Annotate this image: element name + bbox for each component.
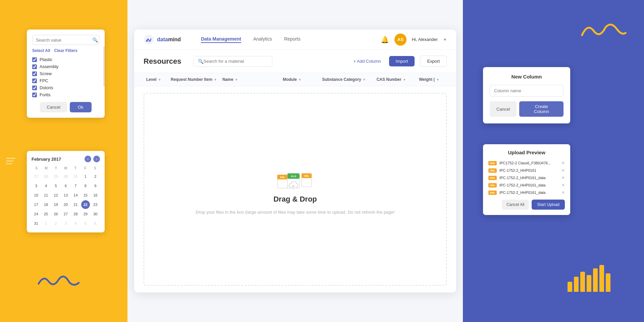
- calendar-day[interactable]: 4: [42, 181, 50, 190]
- calendar-day[interactable]: 24: [32, 210, 41, 218]
- chart-bar-5: [599, 265, 604, 292]
- nav-link-reports[interactable]: Reports: [284, 36, 301, 43]
- import-button[interactable]: Import: [389, 56, 415, 66]
- chart-bar-1: [574, 277, 579, 292]
- calendar-day[interactable]: 27: [61, 210, 70, 218]
- calendar-day[interactable]: 10: [32, 191, 41, 200]
- remove-file-icon[interactable]: ✕: [561, 183, 565, 187]
- calendar-day[interactable]: 7: [71, 181, 80, 190]
- calendar-day[interactable]: 5: [81, 219, 90, 228]
- left-panel: 🔍 Select All Clear Filters Plastic Assem…: [0, 0, 127, 322]
- th-cas-number[interactable]: CAS Number ▼: [374, 73, 417, 86]
- calendar-day[interactable]: 1: [81, 172, 90, 181]
- calendar-day[interactable]: 3: [61, 219, 70, 228]
- th-level[interactable]: Level ▼: [144, 73, 168, 86]
- calendar-day[interactable]: 1: [42, 219, 50, 228]
- calendar-day[interactable]: 12: [52, 191, 60, 200]
- calendar-day[interactable]: 29: [81, 210, 90, 218]
- xml-badge: XML: [488, 191, 497, 195]
- calendar-day[interactable]: 15: [81, 191, 90, 200]
- calendar-day[interactable]: 23: [91, 200, 100, 209]
- bell-icon[interactable]: 🔔: [381, 36, 389, 44]
- th-weight[interactable]: Weight ( ▼: [416, 73, 447, 86]
- cancel-all-button[interactable]: Cancel All: [502, 200, 529, 210]
- calendar-next-button[interactable]: ›: [93, 156, 100, 162]
- calendar-day[interactable]: 25: [42, 210, 50, 218]
- clear-filters-link[interactable]: Clear Filters: [54, 48, 77, 53]
- calendar-day[interactable]: 28: [42, 172, 50, 181]
- create-column-button[interactable]: Create Column: [519, 101, 564, 117]
- calendar-day[interactable]: 19: [52, 200, 60, 209]
- calendar-day[interactable]: 17: [32, 200, 41, 209]
- th-name[interactable]: Name ▼: [220, 73, 280, 86]
- column-name-input[interactable]: [490, 85, 564, 97]
- filter-scrollbar[interactable]: [103, 46, 105, 87]
- filter-checkbox-1[interactable]: [32, 64, 37, 69]
- calendar-day[interactable]: 6: [91, 219, 100, 228]
- filter-ok-button[interactable]: Ok: [70, 102, 92, 112]
- calendar-day[interactable]: 4: [71, 219, 80, 228]
- filter-checkbox-4[interactable]: [32, 86, 37, 90]
- calendar-day[interactable]: 30: [61, 172, 70, 181]
- filter-item: Plastic: [32, 57, 99, 62]
- cal-header-t2: T: [71, 166, 80, 171]
- filter-checkbox-2[interactable]: [32, 71, 37, 76]
- filter-item: Assembly: [32, 64, 99, 69]
- calendar-day[interactable]: 26: [52, 210, 60, 218]
- app-container: datamind Data Management Analytics Repor…: [134, 30, 456, 292]
- calendar-day[interactable]: 2: [52, 219, 60, 228]
- calendar-day[interactable]: 27: [32, 172, 41, 181]
- calendar-day[interactable]: 9: [91, 181, 100, 190]
- filter-item-label: Assembly: [40, 64, 58, 69]
- filter-cancel-button[interactable]: Cancel: [40, 102, 67, 112]
- th-module[interactable]: Module ▼: [280, 73, 320, 86]
- select-all-link[interactable]: Select All: [32, 48, 50, 53]
- filter-checkbox-5[interactable]: [32, 93, 37, 97]
- squiggle-bottom-left-icon: [37, 272, 80, 292]
- calendar-grid: S M T W T F S 27282930311234567891011121…: [32, 166, 100, 228]
- material-search-input[interactable]: [204, 59, 268, 64]
- calendar-day[interactable]: 8: [81, 181, 90, 190]
- remove-file-icon[interactable]: ✕: [561, 161, 565, 165]
- user-dropdown-icon[interactable]: ▼: [443, 38, 447, 42]
- calendar-day[interactable]: 31: [71, 172, 80, 181]
- calendar-day[interactable]: 29: [52, 172, 60, 181]
- filter-item: FPC: [32, 78, 99, 83]
- calendar-day[interactable]: 22: [81, 200, 90, 209]
- calendar-day[interactable]: 6: [61, 181, 70, 190]
- calendar-day[interactable]: 16: [91, 191, 100, 200]
- user-name[interactable]: Hi, Alexander: [412, 37, 438, 42]
- drop-subtitle: Drop your files in the box (large amount…: [196, 209, 394, 216]
- start-upload-button[interactable]: Start Upload: [532, 200, 565, 210]
- th-request-number[interactable]: Request Number Item ▼: [168, 73, 220, 86]
- calendar-day[interactable]: 13: [61, 191, 70, 200]
- remove-file-icon[interactable]: ✕: [561, 168, 565, 173]
- calendar-day[interactable]: 20: [61, 200, 70, 209]
- filter-checkbox-3[interactable]: [32, 78, 37, 83]
- drop-area[interactable]: XML XLS XML: [144, 93, 447, 286]
- add-column-button[interactable]: + Add Column: [354, 59, 381, 64]
- calendar-day[interactable]: 30: [91, 210, 100, 218]
- calendar-prev-button[interactable]: ‹: [85, 156, 91, 162]
- new-column-cancel-button[interactable]: Cancel: [490, 101, 517, 117]
- filter-search-input[interactable]: [36, 38, 92, 43]
- remove-file-icon[interactable]: ✕: [561, 175, 565, 180]
- calendar-day[interactable]: 31: [32, 219, 41, 228]
- nav-link-data-management[interactable]: Data Management: [201, 36, 241, 43]
- nav-link-analytics[interactable]: Analytics: [253, 36, 272, 43]
- calendar-day[interactable]: 3: [32, 181, 41, 190]
- calendar-day[interactable]: 14: [71, 191, 80, 200]
- decorative-lines: [6, 158, 15, 164]
- calendar-day[interactable]: 2: [91, 172, 100, 181]
- calendar-day[interactable]: 21: [71, 200, 80, 209]
- sort-arrow-icon: ▼: [235, 78, 238, 82]
- calendar-day[interactable]: 5: [52, 181, 60, 190]
- calendar-day[interactable]: 18: [42, 200, 50, 209]
- remove-file-icon[interactable]: ✕: [561, 190, 565, 195]
- th-substance-category[interactable]: Substance Category ▼: [320, 73, 374, 86]
- calendar-day[interactable]: 11: [42, 191, 50, 200]
- filter-checkbox-0[interactable]: [32, 57, 37, 62]
- calendar-day[interactable]: 28: [71, 210, 80, 218]
- upload-file-item: XML IPC-1752-2_HHP0161 ✕: [488, 168, 565, 173]
- export-button[interactable]: Export: [420, 56, 447, 67]
